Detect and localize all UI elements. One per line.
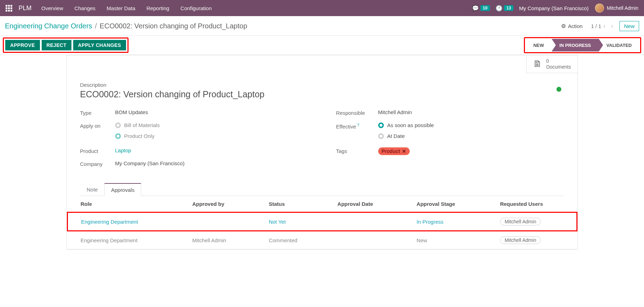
- activities-button[interactable]: 🕐 13: [496, 5, 513, 12]
- stage-in-progress[interactable]: IN PROGRESS: [552, 39, 598, 51]
- label-tags: Tags: [336, 147, 378, 154]
- user-chip[interactable]: Mitchell Admin: [500, 218, 541, 225]
- user-chip[interactable]: Mitchell Admin: [500, 236, 541, 244]
- value-company: My Company (San Francisco): [115, 160, 308, 166]
- th-approval-date: Approval Date: [324, 196, 403, 212]
- tabs: Note Approvals: [80, 183, 564, 196]
- approvals-table: Role Approved by Status Approval Date Ap…: [67, 196, 577, 249]
- apps-icon[interactable]: [6, 5, 12, 12]
- label-company: Company: [80, 160, 115, 167]
- table-row[interactable]: Engineering Department Not Yet In Progre…: [67, 212, 577, 231]
- apply-on-product-label: Product Only: [124, 133, 155, 139]
- breadcrumb-separator: /: [95, 22, 97, 30]
- nav-configuration[interactable]: Configuration: [180, 5, 212, 11]
- breadcrumb-row: Engineering Change Orders / ECO0002: Ver…: [0, 16, 644, 35]
- th-requested-users: Requested Users: [487, 196, 577, 212]
- effective-at-date[interactable]: At Date: [378, 133, 564, 139]
- action-label: Action: [568, 23, 583, 29]
- status-bar-highlight: NEW IN PROGRESS VALIDATED: [524, 37, 641, 53]
- label-effective: Effective?: [336, 122, 378, 130]
- tag-remove-icon[interactable]: ✕: [402, 148, 406, 154]
- th-status: Status: [255, 196, 324, 212]
- breadcrumb-root[interactable]: Engineering Change Orders: [5, 22, 92, 30]
- cell-role: Engineering Department: [67, 231, 179, 249]
- pager: 1 / 1 ‹ ›: [591, 22, 615, 30]
- tag-label: Product: [382, 148, 400, 154]
- th-approval-stage: Approval Stage: [403, 196, 487, 212]
- tag-product[interactable]: Product ✕: [378, 147, 410, 155]
- pager-text: 1 / 1: [591, 23, 601, 29]
- value-type: BOM Updates: [115, 109, 308, 115]
- tab-approvals[interactable]: Approvals: [104, 183, 141, 196]
- nav-overview[interactable]: Overview: [41, 5, 63, 11]
- activities-count: 13: [504, 5, 513, 11]
- user-menu[interactable]: Mitchell Admin: [595, 4, 638, 13]
- table-row[interactable]: Engineering Department Mitchell Admin Co…: [67, 231, 577, 249]
- cell-status: Commented: [255, 231, 324, 249]
- gear-icon: ⚙: [561, 23, 566, 29]
- cell-role-link[interactable]: Engineering Department: [81, 219, 138, 225]
- apply-on-bom-label: Bill of Materials: [124, 122, 160, 128]
- radio-icon: [378, 133, 384, 139]
- effective-asap[interactable]: As soon as possible: [378, 122, 564, 128]
- document-icon: 🗎: [533, 58, 542, 69]
- cell-status-link[interactable]: Not Yet: [269, 219, 285, 225]
- user-name: Mitchell Admin: [607, 5, 638, 11]
- tab-note[interactable]: Note: [80, 183, 105, 196]
- documents-button[interactable]: 🗎 0 Documents: [526, 55, 577, 73]
- radio-icon: [115, 133, 121, 139]
- documents-label: Documents: [546, 64, 571, 70]
- help-icon[interactable]: ?: [357, 123, 359, 127]
- approve-button[interactable]: APPROVE: [5, 40, 40, 50]
- pager-next-icon[interactable]: ›: [609, 22, 615, 29]
- nav-master-data[interactable]: Master Data: [107, 5, 136, 11]
- cell-date: [324, 231, 403, 249]
- cell-stage-link[interactable]: In Progress: [417, 219, 444, 225]
- pager-prev-icon[interactable]: ‹: [601, 22, 608, 29]
- cell-approved-by: [179, 212, 256, 231]
- cell-stage: New: [403, 231, 487, 249]
- app-brand[interactable]: PLM: [19, 5, 32, 12]
- messages-button[interactable]: 💬 10: [472, 5, 490, 12]
- action-status-row: APPROVE REJECT APPLY CHANGES NEW IN PROG…: [0, 35, 644, 55]
- label-type: Type: [80, 109, 115, 116]
- messages-icon: 💬: [472, 5, 479, 12]
- label-product: Product: [80, 147, 115, 154]
- record-title: ECO0002: Version changing of Product_Lap…: [80, 89, 564, 99]
- radio-icon: [378, 123, 384, 128]
- nav-reporting[interactable]: Reporting: [146, 5, 169, 11]
- value-product-link[interactable]: Laptop: [115, 147, 131, 153]
- company-selector[interactable]: My Company (San Francisco): [519, 5, 588, 11]
- clock-icon: 🕐: [496, 5, 503, 12]
- label-apply-on: Apply on: [80, 122, 115, 129]
- reject-button[interactable]: REJECT: [42, 40, 71, 50]
- apply-on-product-only[interactable]: Product Only: [115, 133, 308, 139]
- stage-validated[interactable]: VALIDATED: [599, 39, 639, 51]
- top-navbar: PLM Overview Changes Master Data Reporti…: [0, 0, 644, 16]
- documents-count: 0: [546, 58, 571, 64]
- value-responsible: Mitchell Admin: [378, 109, 564, 115]
- radio-icon: [115, 123, 121, 128]
- effective-at-date-label: At Date: [387, 133, 405, 139]
- cell-date: [324, 212, 403, 231]
- action-menu[interactable]: ⚙ Action: [561, 23, 583, 29]
- label-responsible: Responsible: [336, 109, 378, 116]
- th-role: Role: [67, 196, 179, 212]
- apply-on-bom[interactable]: Bill of Materials: [115, 122, 308, 128]
- form-sheet: 🗎 0 Documents Description ECO0002: Versi…: [67, 55, 578, 250]
- action-buttons-highlight: APPROVE REJECT APPLY CHANGES: [3, 37, 129, 53]
- kanban-state-dot[interactable]: [556, 87, 561, 92]
- th-approved-by: Approved by: [179, 196, 256, 212]
- status-bar: NEW IN PROGRESS VALIDATED: [526, 39, 639, 51]
- description-label: Description: [80, 82, 564, 88]
- effective-asap-label: As soon as possible: [387, 122, 434, 128]
- new-button[interactable]: New: [619, 21, 639, 31]
- apply-changes-button[interactable]: APPLY CHANGES: [73, 40, 126, 50]
- breadcrumb: Engineering Change Orders / ECO0002: Ver…: [5, 22, 247, 30]
- messages-count: 10: [480, 5, 490, 11]
- avatar-icon: [595, 4, 604, 13]
- cell-approved-by: Mitchell Admin: [179, 231, 256, 249]
- breadcrumb-current: ECO0002: Version changing of Product_Lap…: [100, 22, 247, 30]
- nav-changes[interactable]: Changes: [75, 5, 96, 11]
- stage-new[interactable]: NEW: [526, 39, 552, 51]
